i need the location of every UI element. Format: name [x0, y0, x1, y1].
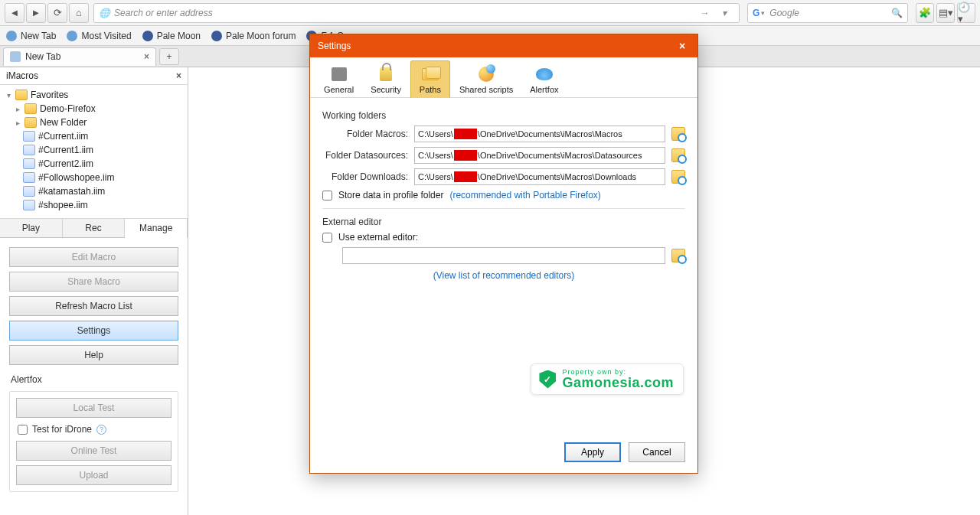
redacted-user	[454, 171, 477, 182]
tree-file[interactable]: #Followshopee.iim	[0, 171, 188, 184]
online-test-button[interactable]: Online Test	[16, 441, 172, 461]
dialog-footer: Apply Cancel	[310, 435, 697, 473]
local-test-button[interactable]: Local Test	[16, 398, 172, 418]
url-dropdown-icon[interactable]: ▾	[719, 8, 730, 18]
dialog-title: Settings	[318, 41, 351, 51]
browse-datasources-icon[interactable]	[671, 148, 685, 162]
tree-root-favorites[interactable]: ▾Favorites	[0, 88, 188, 102]
store-profile-checkbox[interactable]	[322, 191, 332, 200]
test-idrone-checkbox[interactable]	[18, 425, 28, 435]
folder-datasources-input[interactable]: C:\Users\\OneDrive\Documents\iMacros\Dat…	[414, 147, 665, 164]
bookmark-pale-moon-forum[interactable]: Pale Moon forum	[211, 31, 296, 41]
help-button[interactable]: Help	[9, 345, 178, 365]
share-macro-button[interactable]: Share Macro	[9, 272, 178, 292]
cloud-icon	[536, 68, 553, 80]
folder-datasources-label: Folder Datasources:	[322, 150, 408, 161]
folder-macros-row: Folder Macros: C:\Users\\OneDrive\Docume…	[322, 125, 685, 142]
macro-tree: ▾Favorites ▸Demo-Firefox ▸New Folder #Cu…	[0, 85, 188, 219]
folder-downloads-input[interactable]: C:\Users\\OneDrive\Documents\iMacros\Dow…	[414, 168, 665, 185]
folder-downloads-label: Folder Downloads:	[322, 171, 408, 182]
portable-firefox-link[interactable]: (recommended with Portable Firefox)	[449, 190, 600, 200]
close-sidebar-icon[interactable]: ×	[176, 70, 181, 81]
alertfox-group: Local Test Test for iDrone ? Online Test…	[9, 391, 178, 492]
alertfox-label: Alertfox	[9, 374, 178, 385]
bookmarks-menu-button[interactable]: ▤▾	[936, 3, 955, 23]
tab-new-tab[interactable]: New Tab ×	[3, 47, 156, 66]
tab-rec[interactable]: Rec	[63, 219, 126, 237]
search-bar[interactable]: G ▾ Google 🔍	[747, 3, 908, 23]
external-editor-input[interactable]	[342, 247, 665, 264]
expand-icon[interactable]: ▾	[5, 91, 12, 99]
sidebar-mode-tabs: Play Rec Manage	[0, 219, 188, 238]
go-arrow-icon[interactable]: →	[699, 8, 710, 18]
extension-icon[interactable]: 🧩	[916, 3, 934, 23]
apply-button[interactable]: Apply	[564, 442, 621, 462]
home-button[interactable]: ⌂	[69, 3, 89, 23]
redacted-user	[454, 150, 477, 161]
globe-icon	[6, 31, 17, 41]
search-placeholder: Google	[769, 8, 799, 18]
dialog-tab-security[interactable]: Security	[363, 60, 409, 97]
refresh-macro-list-button[interactable]: Refresh Macro List	[9, 296, 178, 316]
globe-icon: 🌐	[99, 8, 109, 18]
history-menu-button[interactable]: 🕘▾	[957, 3, 975, 23]
recommended-editors-link[interactable]: (View list of recommended editors)	[322, 270, 685, 281]
dialog-tab-alertfox[interactable]: Alertfox	[522, 60, 566, 97]
external-editor-label: External editor	[322, 217, 685, 227]
use-external-label: Use external editor:	[338, 232, 418, 243]
folder-icon	[24, 103, 37, 114]
forward-button[interactable]: ►	[26, 3, 46, 23]
tree-folder[interactable]: ▸Demo-Firefox	[0, 102, 188, 116]
tree-file[interactable]: #Current.iim	[0, 129, 188, 143]
new-tab-button[interactable]: +	[159, 48, 179, 65]
use-external-checkbox[interactable]	[322, 233, 332, 243]
folder-macros-label: Folder Macros:	[322, 129, 408, 139]
close-tab-icon[interactable]: ×	[144, 51, 149, 62]
cancel-button[interactable]: Cancel	[629, 442, 685, 462]
external-editor-path-row	[342, 247, 685, 264]
browse-editor-icon[interactable]	[671, 249, 685, 262]
back-button[interactable]: ◄	[5, 3, 24, 23]
tree-file[interactable]: #shopee.iim	[0, 198, 188, 212]
expand-icon[interactable]: ▸	[14, 105, 21, 113]
page-icon	[10, 51, 21, 62]
dialog-body: Working folders Folder Macros: C:\Users\…	[310, 98, 697, 435]
macro-file-icon	[23, 172, 35, 183]
close-dialog-icon[interactable]: ×	[675, 40, 690, 52]
expand-icon[interactable]: ▸	[14, 119, 21, 127]
help-icon[interactable]: ?	[96, 425, 106, 435]
sidebar-title: iMacros	[6, 70, 38, 81]
url-bar[interactable]: 🌐 Search or enter address → ▾	[93, 3, 740, 23]
bookmark-pale-moon[interactable]: Pale Moon	[142, 31, 201, 41]
browse-downloads-icon[interactable]	[671, 170, 685, 184]
tree-folder[interactable]: ▸New Folder	[0, 116, 188, 129]
search-icon[interactable]: 🔍	[891, 8, 903, 18]
tab-manage[interactable]: Manage	[125, 219, 188, 238]
edit-macro-button[interactable]: Edit Macro	[9, 247, 178, 267]
dialog-tab-shared[interactable]: Shared scripts	[452, 60, 521, 97]
macro-file-icon	[23, 186, 35, 197]
shield-icon: ✓	[539, 370, 556, 389]
upload-button[interactable]: Upload	[16, 465, 172, 485]
moon-icon	[211, 31, 222, 41]
tree-file[interactable]: #Current2.iim	[0, 157, 188, 171]
folder-downloads-row: Folder Downloads: C:\Users\\OneDrive\Doc…	[322, 168, 685, 185]
folder-icon	[15, 90, 28, 100]
macro-file-icon	[23, 200, 35, 210]
dialog-tab-paths[interactable]: Paths	[410, 60, 450, 98]
dialog-tab-general[interactable]: General	[316, 60, 361, 97]
bookmark-most-visited[interactable]: Most Visited	[67, 31, 131, 41]
globe-icon	[67, 31, 77, 41]
folder-macros-input[interactable]: C:\Users\\OneDrive\Documents\iMacros\Mac…	[414, 125, 665, 142]
store-profile-label: Store data in profile folder	[338, 190, 443, 200]
search-engine-dropdown-icon[interactable]: ▾	[761, 9, 765, 17]
browse-macros-icon[interactable]	[671, 127, 685, 141]
tree-file[interactable]: #katamastah.iim	[0, 184, 188, 198]
toolbar-extras: 🧩 ▤▾ 🕘▾	[916, 3, 975, 23]
bookmark-new-tab[interactable]: New Tab	[6, 31, 56, 41]
tree-file[interactable]: #Current1.iim	[0, 143, 188, 157]
tab-play[interactable]: Play	[0, 219, 63, 237]
test-idrone-label: Test for iDrone	[32, 424, 92, 435]
reload-button[interactable]: ⟳	[47, 3, 67, 23]
settings-button[interactable]: Settings	[9, 321, 178, 341]
